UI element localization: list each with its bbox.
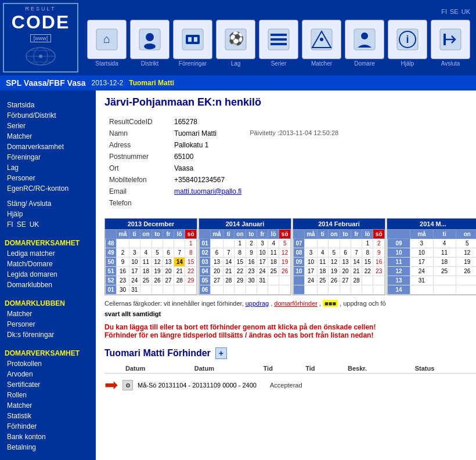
cal-cell[interactable]: 14 <box>351 258 362 267</box>
cal-cell[interactable] <box>152 285 163 295</box>
cal-cell[interactable]: 20 <box>163 267 174 276</box>
sidebar-link-hjalp[interactable]: Hjälp <box>0 209 96 219</box>
sidebar-link-domarklubben[interactable]: Domarklubben <box>0 280 96 290</box>
sidebar-link-match-domare[interactable]: Match/Domare <box>0 259 96 269</box>
cal-cell[interactable] <box>305 285 318 295</box>
cal-cell[interactable]: 4 <box>317 248 328 258</box>
sidebar-link-foreningar[interactable]: Föreningar <box>0 152 96 162</box>
gear-icon[interactable]: ⚙ <box>122 380 133 390</box>
cal-cell[interactable]: 16 <box>246 258 257 267</box>
cal-cell[interactable]: 12 <box>456 248 476 258</box>
sidebar-link-personer[interactable]: Personer <box>0 173 96 183</box>
cal-cell[interactable] <box>294 285 305 295</box>
cal-cell[interactable]: 03 <box>200 258 211 267</box>
cal-cell[interactable] <box>433 285 456 295</box>
cal-cell[interactable] <box>279 285 291 295</box>
cal-cell[interactable]: 3 <box>305 248 318 258</box>
cal-cell[interactable]: 10 <box>294 267 305 276</box>
cal-cell[interactable]: 12 <box>279 248 291 258</box>
cal-cell[interactable]: 09 <box>388 239 410 248</box>
cal-cell[interactable]: 21 <box>174 267 185 276</box>
cal-cell[interactable]: 2 <box>117 248 129 258</box>
cal-cell[interactable]: 23 <box>117 276 129 285</box>
cal-cell[interactable] <box>294 276 305 285</box>
cal-cell[interactable]: 13 <box>388 276 410 285</box>
cal-cell[interactable]: 13 <box>211 258 223 267</box>
cal-cell[interactable]: 3 <box>410 239 433 248</box>
cal-cell[interactable]: 26 <box>456 267 476 276</box>
cal-cell[interactable]: 06 <box>200 285 211 295</box>
cal-cell[interactable]: 01 <box>200 239 211 248</box>
cal-cell[interactable]: 20 <box>340 267 351 276</box>
cal-cell[interactable]: 30 <box>246 276 257 285</box>
cal-cell[interactable]: 10 <box>305 258 318 267</box>
sidebar-link-legida-domaren[interactable]: Legida domaren <box>0 269 96 280</box>
cal-cell[interactable]: 21 <box>223 267 234 276</box>
nav-hjalp[interactable]: i Hjälp <box>388 20 427 67</box>
nav-matcher[interactable]: Matcher <box>302 20 341 67</box>
cal-cell[interactable]: 24 <box>257 267 268 276</box>
cal-cell[interactable]: 26 <box>279 267 291 276</box>
cal-cell[interactable] <box>211 285 223 295</box>
cal-cell[interactable]: 4 <box>140 248 152 258</box>
cal-cell[interactable]: 12 <box>328 258 340 267</box>
cal-cell[interactable]: 4 <box>268 239 279 248</box>
sidebar-link-domarverksamhet[interactable]: Domarverksamhet <box>0 142 96 152</box>
cal-cell[interactable] <box>351 239 362 248</box>
cal-cell[interactable]: 11 <box>140 258 152 267</box>
cal-cell[interactable] <box>163 285 174 295</box>
cal-cell[interactable] <box>279 276 291 285</box>
cal-cell[interactable]: 05 <box>200 276 211 285</box>
cal-cell[interactable] <box>211 239 223 248</box>
cal-cell[interactable]: 30 <box>117 285 129 295</box>
cal-cell[interactable]: 24 <box>410 267 433 276</box>
cal-cell[interactable]: 4 <box>433 239 456 248</box>
cal-cell[interactable]: 17 <box>257 258 268 267</box>
cal-cell[interactable]: 25 <box>317 276 328 285</box>
cal-cell[interactable]: 6 <box>340 248 351 258</box>
lang-se[interactable]: SE <box>450 8 459 15</box>
cal-cell[interactable] <box>328 285 340 295</box>
cal-cell[interactable]: 18 <box>433 258 456 267</box>
cal-cell[interactable]: 20 <box>211 267 223 276</box>
cal-cell[interactable] <box>174 285 185 295</box>
cal-cell[interactable]: 24 <box>129 276 140 285</box>
cal-cell[interactable] <box>340 285 351 295</box>
cal-cell[interactable]: 25 <box>433 267 456 276</box>
cal-cell[interactable]: 7 <box>174 248 185 258</box>
cal-cell[interactable] <box>140 239 152 248</box>
cal-cell[interactable]: 3 <box>129 248 140 258</box>
cal-cell[interactable] <box>268 285 279 295</box>
cal-cell[interactable]: 19 <box>456 258 476 267</box>
cal-cell[interactable]: 15 <box>362 258 373 267</box>
cal-cell[interactable]: 01 <box>106 285 117 295</box>
cal-cell[interactable]: 2 <box>373 239 385 248</box>
sidebar-link-lediga-matcher[interactable]: Lediga matcher <box>0 248 96 259</box>
nav-lag[interactable]: ⚽ Lag <box>216 20 255 67</box>
lang-fi[interactable]: FI <box>441 8 447 15</box>
sidebar-lang-se[interactable]: SE <box>17 220 26 229</box>
cal-cell[interactable]: 22 <box>185 267 197 276</box>
cal-cell[interactable]: 18 <box>140 267 152 276</box>
cal-cell[interactable]: 1 <box>234 239 246 248</box>
cal-cell[interactable]: 19 <box>328 267 340 276</box>
cal-cell[interactable]: 18 <box>268 258 279 267</box>
cal-cell[interactable]: 51 <box>106 267 117 276</box>
cal-cell[interactable] <box>351 285 362 295</box>
sidebar-lang-uk[interactable]: UK <box>30 220 39 229</box>
cal-cell[interactable]: 14 <box>388 285 410 295</box>
cal-cell[interactable] <box>140 285 152 295</box>
cal-cell[interactable]: 13 <box>163 258 174 267</box>
cal-cell[interactable] <box>257 285 268 295</box>
cal-cell[interactable]: 17 <box>410 258 433 267</box>
sidebar-link-arvoden[interactable]: Arvoden <box>0 369 96 379</box>
cal-cell[interactable]: 2 <box>246 239 257 248</box>
cal-cell[interactable] <box>456 285 476 295</box>
cal-cell[interactable]: 17 <box>129 267 140 276</box>
sidebar-link-matcher[interactable]: Matcher <box>0 131 96 142</box>
sidebar-link-betalning[interactable]: Betalning <box>0 442 96 452</box>
sidebar-link-sertificater[interactable]: Sertificater <box>0 379 96 390</box>
cal-cell[interactable]: 14 <box>174 258 185 267</box>
cal-cell[interactable]: 28 <box>351 276 362 285</box>
cal-cell[interactable]: 8 <box>234 248 246 258</box>
